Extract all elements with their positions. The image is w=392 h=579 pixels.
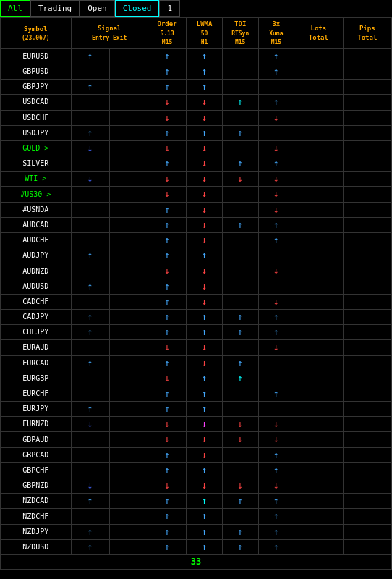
header-lots: LotsTotal xyxy=(294,18,343,49)
pips-cell xyxy=(343,172,391,187)
signal-exit-cell xyxy=(109,539,148,554)
tab-one[interactable]: 1 xyxy=(159,0,180,17)
tdi-cell xyxy=(222,462,258,478)
arrow-up-blue: ↑ xyxy=(237,311,243,322)
signal-exit-cell xyxy=(109,462,148,478)
tdi-cell xyxy=(222,48,258,64)
table-row: GBPUSD ↑ ↑ ↑ xyxy=(1,64,392,79)
signal-entry-cell xyxy=(71,447,109,462)
lwma-cell: ↓ xyxy=(187,110,223,125)
order-cell: ↑ xyxy=(148,233,186,248)
signal-entry-cell xyxy=(71,64,109,79)
arrow-up-blue: ↑ xyxy=(164,234,170,245)
tdi-cell xyxy=(222,294,258,309)
threex-cell: ↑ xyxy=(258,48,294,64)
signal-exit-cell xyxy=(109,140,148,156)
signal-exit-cell xyxy=(109,187,148,202)
tab-closed[interactable]: Closed xyxy=(115,0,160,17)
table-row: GBPCAD ↑ ↓ ↑ xyxy=(1,447,392,462)
arrow-down-red: ↓ xyxy=(273,265,279,276)
lwma-cell: ↑ xyxy=(187,462,223,478)
order-cell: ↑ xyxy=(148,386,186,401)
signal-exit-cell xyxy=(109,417,148,432)
symbol-cell: GBPCAD xyxy=(1,447,72,462)
arrow-down-red: ↓ xyxy=(164,342,170,352)
pips-cell xyxy=(343,509,391,524)
order-cell: ↑ xyxy=(148,48,186,64)
symbol-cell: WTI > xyxy=(1,172,72,187)
lwma-cell: ↓ xyxy=(187,172,223,187)
arrow-up-blue: ↑ xyxy=(273,311,279,322)
table-row: EURUSD ↑ ↑ ↑ ↑ xyxy=(1,48,392,64)
lots-cell xyxy=(294,110,343,125)
signal-entry-cell: ↑ xyxy=(71,355,109,371)
threex-cell: ↑ xyxy=(258,309,294,324)
symbol-cell: NZDCHF xyxy=(1,509,72,524)
threex-cell: ↓ xyxy=(258,263,294,279)
arrow-up-blue: ↑ xyxy=(202,81,208,92)
lwma-cell: ↓ xyxy=(187,263,223,279)
table-row: EURCAD ↑ ↑ ↓ ↑ xyxy=(1,355,392,371)
table-row: GBPNZD ↓ ↓ ↓ ↓ ↓ xyxy=(1,478,392,494)
signal-entry-cell xyxy=(71,202,109,217)
signal-exit-cell xyxy=(109,371,148,386)
tdi-cell xyxy=(222,447,258,462)
tdi-cell: ↑ xyxy=(222,371,258,386)
tab-trading[interactable]: Trading xyxy=(30,0,80,17)
lots-cell xyxy=(294,202,343,217)
tab-open[interactable]: Open xyxy=(80,0,115,17)
signal-exit-cell xyxy=(109,156,148,172)
threex-cell: ↓ xyxy=(258,110,294,125)
tdi-cell xyxy=(222,340,258,355)
lots-cell xyxy=(294,340,343,355)
tdi-cell xyxy=(222,187,258,202)
signal-exit-cell xyxy=(109,432,148,447)
lwma-cell: ↑ xyxy=(187,402,223,417)
arrow-down-red: ↓ xyxy=(273,143,279,153)
pips-cell xyxy=(343,478,391,494)
pips-cell xyxy=(343,217,391,232)
signal-entry-cell: ↓ xyxy=(71,172,109,187)
signal-entry-cell xyxy=(71,432,109,447)
threex-cell xyxy=(258,279,294,294)
lots-cell xyxy=(294,80,343,95)
arrow-down-red: ↓ xyxy=(237,173,243,184)
arrow-down-red: ↓ xyxy=(237,434,243,444)
tdi-cell xyxy=(222,402,258,417)
lwma-cell: ↑ xyxy=(187,539,223,554)
pips-cell xyxy=(343,386,391,401)
threex-cell: ↓ xyxy=(258,172,294,187)
pips-cell xyxy=(343,340,391,355)
lots-cell xyxy=(294,263,343,279)
symbol-cell: EURNZD xyxy=(1,417,72,432)
tab-all[interactable]: All xyxy=(0,0,30,17)
arrow-down-red: ↓ xyxy=(164,265,170,276)
arrow-down-red: ↓ xyxy=(164,434,170,444)
signal-entry-cell: ↑ xyxy=(71,125,109,140)
table-row: AUDCHF ↑ ↓ ↑ xyxy=(1,233,392,248)
pips-cell xyxy=(343,371,391,386)
threex-cell: ↓ xyxy=(258,417,294,432)
arrow-up-blue: ↑ xyxy=(88,81,93,92)
threex-cell: ↑ xyxy=(258,524,294,539)
arrow-up-blue: ↑ xyxy=(164,465,170,476)
pips-cell xyxy=(343,494,391,509)
arrow-up-blue: ↑ xyxy=(237,526,243,537)
arrow-up-blue: ↑ xyxy=(88,358,93,368)
order-cell: ↓ xyxy=(148,95,186,110)
arrow-up-blue: ↑ xyxy=(202,250,208,261)
tdi-cell xyxy=(222,248,258,263)
order-cell: ↑ xyxy=(148,156,186,172)
arrow-down-red: ↓ xyxy=(273,112,279,123)
arrow-up-blue: ↑ xyxy=(164,281,170,292)
pips-cell xyxy=(343,325,391,340)
symbol-cell: CHFJPY xyxy=(1,325,72,340)
symbol-cell: GBPNZD xyxy=(1,478,72,494)
order-cell: ↓ xyxy=(148,432,186,447)
symbol-cell: AUDUSD xyxy=(1,279,72,294)
lwma-cell: ↓ xyxy=(187,432,223,447)
order-cell: ↑ xyxy=(148,309,186,324)
arrow-up-blue: ↑ xyxy=(164,127,170,138)
lwma-cell: ↓ xyxy=(187,478,223,494)
symbol-cell: EURAUD xyxy=(1,340,72,355)
